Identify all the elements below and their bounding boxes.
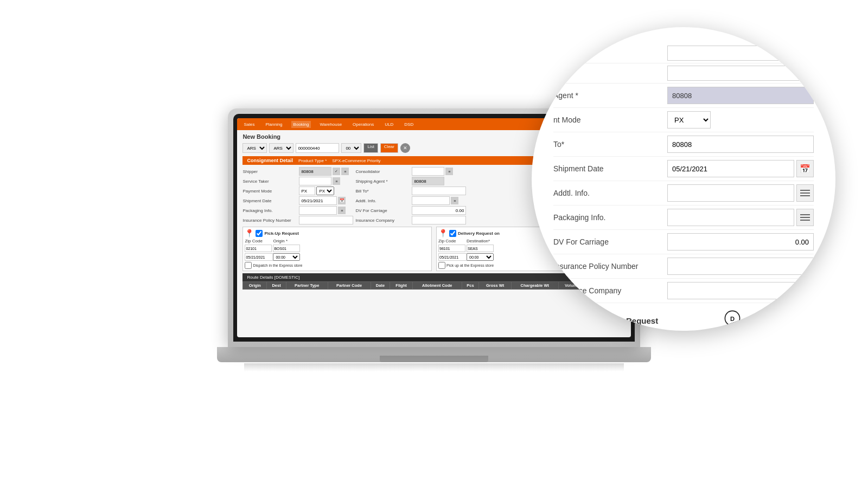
close-icon[interactable]: ✕	[400, 143, 410, 153]
zoom-addtl-list-icon[interactable]	[796, 184, 814, 202]
list-button[interactable]: List	[363, 143, 378, 153]
label-service-taker: Service Taker	[242, 177, 297, 185]
pickup-date-input[interactable]	[245, 253, 275, 261]
col-chargeable-wt: Chargeable Wt	[511, 282, 558, 290]
nav-item-dsd[interactable]: DSD	[402, 121, 416, 128]
delivery-pin-icon: 📍	[438, 229, 448, 237]
pickup-checkbox[interactable]	[256, 230, 263, 237]
zoom-circle: Agent * nt Mode PX To* Shipment Date	[532, 27, 835, 331]
label-consolidator: Consolidator	[355, 167, 410, 176]
payment-mode-select[interactable]: PX	[316, 187, 334, 195]
packaging-info-list-icon[interactable]: ≡	[338, 207, 346, 214]
label-dv-carriage: DV For Carriage	[355, 206, 410, 215]
service-taker-input[interactable]	[299, 177, 331, 185]
zoom-packaging-label: Packaging Info.	[553, 213, 662, 222]
zoom-mode-select[interactable]: PX	[667, 111, 711, 129]
nav-item-warehouse[interactable]: Warehouse	[317, 121, 344, 128]
zoom-delivery-label: Deliver	[749, 316, 788, 325]
label-bill-to: Bill To*	[355, 187, 410, 195]
zoom-dv-label: DV For Carriage	[553, 237, 662, 246]
zoom-to-input[interactable]	[667, 136, 814, 153]
zoom-mode-row: nt Mode PX	[553, 108, 814, 132]
col-flight: Flight	[390, 282, 413, 290]
zoom-insurance-company-input[interactable]	[667, 282, 814, 299]
insurance-policy-input[interactable]	[299, 216, 353, 224]
svg-text:D: D	[730, 316, 735, 322]
insurance-company-input[interactable]	[412, 216, 466, 224]
consolidator-input[interactable]	[412, 167, 444, 176]
zoom-addtl-label: Addtl. Info.	[553, 189, 662, 197]
label-packaging-info: Packaging Info.	[242, 206, 297, 215]
pickup-express-checkbox[interactable]	[438, 262, 445, 269]
zoom-insurance-policy-input[interactable]	[667, 258, 814, 275]
zoom-delivery-pin: D	[720, 309, 744, 331]
shipment-date-input[interactable]	[299, 196, 337, 205]
pickup-zip-input[interactable]	[245, 245, 272, 252]
nav-item-uld[interactable]: ULD	[382, 121, 395, 128]
nav-item-booking[interactable]: Booking	[291, 121, 311, 128]
pickup-at-express-label: Pick up at the Express store	[446, 264, 494, 267]
delivery-label: Delivery Request on	[458, 231, 500, 236]
col-partner-type: Partner Type	[286, 282, 328, 290]
label-addtl-info: Addtl. Info.	[355, 196, 410, 205]
route-domestic-label: [DOMESTIC]	[275, 275, 300, 280]
shipping-agent-input[interactable]	[412, 177, 444, 185]
zoom-agent-input[interactable]	[667, 87, 814, 104]
zoom-row-blank1	[553, 43, 814, 63]
delivery-zip-input[interactable]	[438, 245, 465, 252]
toolbar-input1[interactable]	[296, 143, 339, 153]
zoom-delivery-checkbox[interactable]	[749, 316, 757, 325]
packaging-info-input[interactable]	[299, 206, 337, 215]
zoom-to-label: To*	[553, 140, 662, 149]
zoom-packaging-row: Packaging Info.	[553, 206, 814, 230]
col-date: Date	[371, 282, 390, 290]
delivery-checkbox[interactable]	[449, 230, 456, 237]
col-gross-wt: Gross Wt	[479, 282, 512, 290]
zoom-cal-icon[interactable]: 📅	[796, 160, 814, 177]
zoom-content: Agent * nt Mode PX To* Shipment Date	[553, 43, 814, 314]
zoom-addtl-wrap	[667, 184, 814, 202]
addtl-info-list-icon[interactable]: ≡	[451, 197, 458, 204]
label-insurance-company: Insurance Company	[355, 216, 410, 224]
delivery-date-input[interactable]	[438, 253, 468, 261]
nav-item-operations[interactable]: Operations	[350, 121, 376, 128]
shipper-list-icon[interactable]: ≡	[341, 168, 349, 175]
zoom-packaging-input[interactable]	[667, 209, 794, 226]
shipper-check-icon: ✓	[333, 168, 340, 175]
zoom-shipdate-input[interactable]	[667, 160, 794, 177]
zoom-shipdate-label: Shipment Date	[553, 164, 662, 173]
toolbar-select1[interactable]: ARS	[242, 143, 267, 153]
zoom-dv-input[interactable]	[667, 233, 814, 251]
consolidator-wrap: ≡	[412, 167, 466, 176]
service-taker-wrap: ≡	[299, 177, 353, 185]
product-type-label: Product Type *	[298, 158, 327, 163]
nav-item-sales[interactable]: Sales	[241, 121, 257, 128]
zoom-row-blank2	[553, 63, 814, 84]
delivery-time-select[interactable]: 00:00	[467, 253, 494, 261]
toolbar-select3[interactable]: 00	[341, 143, 361, 153]
pickup-time1-select[interactable]: 00:00	[273, 253, 300, 261]
shipment-date-cal-icon[interactable]: 📅	[338, 197, 346, 204]
dispatch-checkbox[interactable]	[245, 262, 252, 269]
zoom-packaging-list-icon[interactable]	[796, 209, 814, 226]
scene: Sales Planning Booking Warehouse Operati…	[0, 0, 868, 488]
delivery-dest-input[interactable]	[467, 245, 494, 252]
zoom-blank-input1[interactable]	[667, 46, 814, 61]
toolbar-select2[interactable]: ARS	[269, 143, 293, 153]
nav-item-planning[interactable]: Planning	[263, 121, 284, 128]
service-taker-list-icon[interactable]: ≡	[333, 177, 340, 185]
shipper-input[interactable]	[299, 167, 331, 176]
zoom-mode-label: nt Mode	[553, 115, 662, 124]
addtl-info-input[interactable]	[412, 196, 450, 205]
zoom-addtl-input[interactable]	[667, 184, 794, 202]
consolidator-list-icon[interactable]: ≡	[445, 168, 453, 175]
dv-carriage-input[interactable]	[412, 206, 466, 215]
zoom-blank-input2[interactable]	[667, 66, 814, 81]
shipping-agent-wrap	[412, 177, 466, 185]
pickup-origin-input[interactable]	[273, 245, 300, 252]
zoom-shipdate-row: Shipment Date 📅	[553, 157, 814, 181]
payment-mode-input[interactable]	[299, 187, 315, 195]
bill-to-input[interactable]	[412, 187, 466, 195]
laptop-base	[217, 347, 651, 362]
clear-button[interactable]: Clear	[380, 143, 398, 153]
